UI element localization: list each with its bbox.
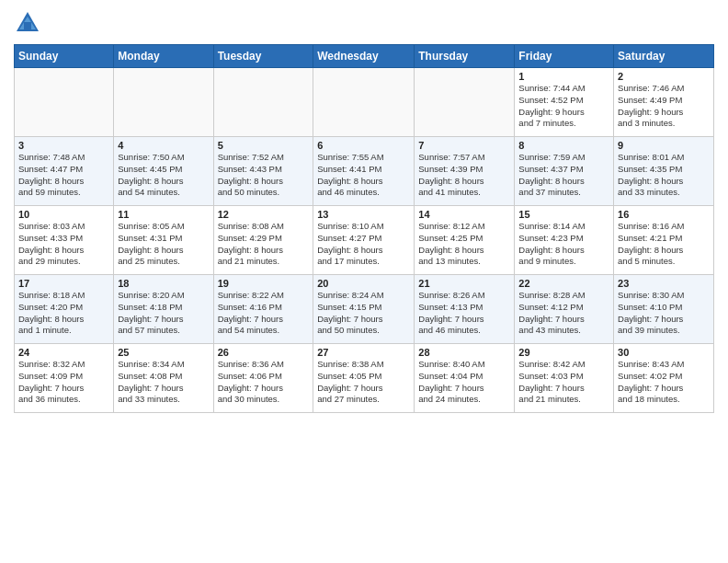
- day-number: 1: [518, 71, 609, 82]
- calendar-cell: [213, 68, 313, 137]
- day-number: 3: [18, 140, 109, 151]
- day-info: Sunrise: 8:14 AM Sunset: 4:23 PM Dayligh…: [518, 221, 609, 268]
- day-info: Sunrise: 7:46 AM Sunset: 4:49 PM Dayligh…: [618, 83, 710, 130]
- day-number: 22: [518, 278, 609, 289]
- calendar-cell: 20Sunrise: 8:24 AM Sunset: 4:15 PM Dayli…: [313, 275, 415, 344]
- day-number: 19: [218, 278, 310, 289]
- calendar-week-row: 10Sunrise: 8:03 AM Sunset: 4:33 PM Dayli…: [15, 206, 714, 275]
- calendar-cell: [313, 68, 415, 137]
- day-number: 30: [618, 347, 710, 358]
- weekday-header-monday: Monday: [114, 45, 213, 68]
- weekday-header-row: SundayMondayTuesdayWednesdayThursdayFrid…: [15, 45, 714, 68]
- day-info: Sunrise: 7:55 AM Sunset: 4:41 PM Dayligh…: [317, 152, 410, 199]
- day-number: 14: [418, 209, 510, 220]
- day-info: Sunrise: 8:42 AM Sunset: 4:03 PM Dayligh…: [518, 359, 609, 406]
- day-number: 29: [518, 347, 609, 358]
- day-info: Sunrise: 7:59 AM Sunset: 4:37 PM Dayligh…: [518, 152, 609, 199]
- calendar-cell: 27Sunrise: 8:38 AM Sunset: 4:05 PM Dayli…: [313, 344, 415, 413]
- day-info: Sunrise: 8:10 AM Sunset: 4:27 PM Dayligh…: [317, 221, 410, 268]
- weekday-header-tuesday: Tuesday: [213, 45, 313, 68]
- calendar-cell: 19Sunrise: 8:22 AM Sunset: 4:16 PM Dayli…: [213, 275, 313, 344]
- day-number: 13: [317, 209, 410, 220]
- calendar-table: SundayMondayTuesdayWednesdayThursdayFrid…: [14, 44, 714, 413]
- day-info: Sunrise: 8:20 AM Sunset: 4:18 PM Dayligh…: [118, 290, 209, 337]
- day-number: 24: [18, 347, 109, 358]
- calendar-cell: 25Sunrise: 8:34 AM Sunset: 4:08 PM Dayli…: [114, 344, 213, 413]
- calendar-week-row: 3Sunrise: 7:48 AM Sunset: 4:47 PM Daylig…: [15, 137, 714, 206]
- calendar-cell: 22Sunrise: 8:28 AM Sunset: 4:12 PM Dayli…: [515, 275, 614, 344]
- calendar-cell: 11Sunrise: 8:05 AM Sunset: 4:31 PM Dayli…: [114, 206, 213, 275]
- day-number: 26: [218, 347, 310, 358]
- day-info: Sunrise: 8:03 AM Sunset: 4:33 PM Dayligh…: [18, 221, 109, 268]
- day-info: Sunrise: 8:01 AM Sunset: 4:35 PM Dayligh…: [618, 152, 710, 199]
- calendar-cell: 8Sunrise: 7:59 AM Sunset: 4:37 PM Daylig…: [515, 137, 614, 206]
- day-info: Sunrise: 7:52 AM Sunset: 4:43 PM Dayligh…: [218, 152, 310, 199]
- day-info: Sunrise: 8:12 AM Sunset: 4:25 PM Dayligh…: [418, 221, 510, 268]
- day-number: 5: [218, 140, 310, 151]
- day-number: 7: [418, 140, 510, 151]
- day-number: 9: [618, 140, 710, 151]
- day-info: Sunrise: 8:43 AM Sunset: 4:02 PM Dayligh…: [618, 359, 710, 406]
- day-info: Sunrise: 8:08 AM Sunset: 4:29 PM Dayligh…: [218, 221, 310, 268]
- calendar-cell: 6Sunrise: 7:55 AM Sunset: 4:41 PM Daylig…: [313, 137, 415, 206]
- day-number: 25: [118, 347, 209, 358]
- day-info: Sunrise: 7:50 AM Sunset: 4:45 PM Dayligh…: [118, 152, 209, 199]
- day-number: 20: [317, 278, 410, 289]
- weekday-header-sunday: Sunday: [15, 45, 114, 68]
- day-number: 23: [618, 278, 710, 289]
- calendar-cell: 9Sunrise: 8:01 AM Sunset: 4:35 PM Daylig…: [614, 137, 714, 206]
- calendar-cell: [15, 68, 114, 137]
- weekday-header-friday: Friday: [515, 45, 614, 68]
- day-info: Sunrise: 8:24 AM Sunset: 4:15 PM Dayligh…: [317, 290, 410, 337]
- svg-rect-2: [24, 22, 31, 29]
- day-number: 10: [18, 209, 109, 220]
- weekday-header-thursday: Thursday: [415, 45, 515, 68]
- day-number: 4: [118, 140, 209, 151]
- logo: [14, 9, 45, 37]
- day-info: Sunrise: 8:36 AM Sunset: 4:06 PM Dayligh…: [218, 359, 310, 406]
- calendar-cell: [415, 68, 515, 137]
- day-number: 17: [18, 278, 109, 289]
- day-number: 27: [317, 347, 410, 358]
- logo-icon: [14, 9, 41, 37]
- day-number: 16: [618, 209, 710, 220]
- weekday-header-saturday: Saturday: [614, 45, 714, 68]
- day-number: 12: [218, 209, 310, 220]
- calendar-cell: 13Sunrise: 8:10 AM Sunset: 4:27 PM Dayli…: [313, 206, 415, 275]
- day-number: 2: [618, 71, 710, 82]
- calendar-cell: 10Sunrise: 8:03 AM Sunset: 4:33 PM Dayli…: [15, 206, 114, 275]
- day-number: 8: [518, 140, 609, 151]
- day-number: 28: [418, 347, 510, 358]
- day-info: Sunrise: 7:48 AM Sunset: 4:47 PM Dayligh…: [18, 152, 109, 199]
- calendar-cell: 4Sunrise: 7:50 AM Sunset: 4:45 PM Daylig…: [114, 137, 213, 206]
- calendar-cell: 16Sunrise: 8:16 AM Sunset: 4:21 PM Dayli…: [614, 206, 714, 275]
- calendar-cell: 3Sunrise: 7:48 AM Sunset: 4:47 PM Daylig…: [15, 137, 114, 206]
- calendar-week-row: 24Sunrise: 8:32 AM Sunset: 4:09 PM Dayli…: [15, 344, 714, 413]
- calendar-cell: 1Sunrise: 7:44 AM Sunset: 4:52 PM Daylig…: [515, 68, 614, 137]
- calendar-cell: 24Sunrise: 8:32 AM Sunset: 4:09 PM Dayli…: [15, 344, 114, 413]
- calendar-cell: 23Sunrise: 8:30 AM Sunset: 4:10 PM Dayli…: [614, 275, 714, 344]
- page-container: SundayMondayTuesdayWednesdayThursdayFrid…: [0, 0, 728, 418]
- calendar-week-row: 1Sunrise: 7:44 AM Sunset: 4:52 PM Daylig…: [15, 68, 714, 137]
- day-number: 6: [317, 140, 410, 151]
- page-header: [14, 9, 714, 37]
- day-info: Sunrise: 8:18 AM Sunset: 4:20 PM Dayligh…: [18, 290, 109, 337]
- calendar-cell: [114, 68, 213, 137]
- day-info: Sunrise: 8:38 AM Sunset: 4:05 PM Dayligh…: [317, 359, 410, 406]
- day-info: Sunrise: 8:16 AM Sunset: 4:21 PM Dayligh…: [618, 221, 710, 268]
- weekday-header-wednesday: Wednesday: [313, 45, 415, 68]
- day-info: Sunrise: 7:44 AM Sunset: 4:52 PM Dayligh…: [518, 83, 609, 130]
- calendar-cell: 21Sunrise: 8:26 AM Sunset: 4:13 PM Dayli…: [415, 275, 515, 344]
- day-info: Sunrise: 8:26 AM Sunset: 4:13 PM Dayligh…: [418, 290, 510, 337]
- day-info: Sunrise: 8:05 AM Sunset: 4:31 PM Dayligh…: [118, 221, 209, 268]
- calendar-cell: 12Sunrise: 8:08 AM Sunset: 4:29 PM Dayli…: [213, 206, 313, 275]
- calendar-cell: 28Sunrise: 8:40 AM Sunset: 4:04 PM Dayli…: [415, 344, 515, 413]
- day-info: Sunrise: 8:22 AM Sunset: 4:16 PM Dayligh…: [218, 290, 310, 337]
- day-info: Sunrise: 8:34 AM Sunset: 4:08 PM Dayligh…: [118, 359, 209, 406]
- day-number: 21: [418, 278, 510, 289]
- calendar-cell: 7Sunrise: 7:57 AM Sunset: 4:39 PM Daylig…: [415, 137, 515, 206]
- day-info: Sunrise: 7:57 AM Sunset: 4:39 PM Dayligh…: [418, 152, 510, 199]
- day-number: 15: [518, 209, 609, 220]
- calendar-cell: 15Sunrise: 8:14 AM Sunset: 4:23 PM Dayli…: [515, 206, 614, 275]
- calendar-cell: 26Sunrise: 8:36 AM Sunset: 4:06 PM Dayli…: [213, 344, 313, 413]
